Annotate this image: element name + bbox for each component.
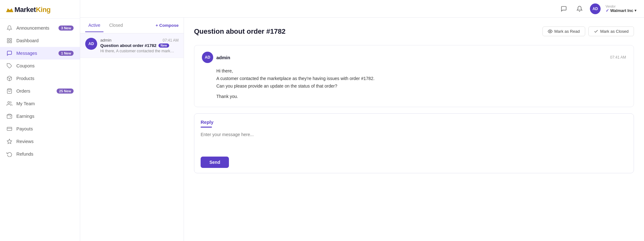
- bubble-body: Hi there, A customer contacted the marke…: [202, 67, 626, 100]
- vendor-name: ✓ Walmart Inc ▾: [606, 8, 636, 13]
- sidebar-item-label-payouts: Payouts: [16, 126, 33, 131]
- reply-label: Reply: [201, 119, 627, 125]
- chat-topbar-icon[interactable]: [558, 3, 569, 14]
- send-button[interactable]: Send: [201, 157, 229, 168]
- avatar: AD: [590, 3, 601, 14]
- svg-point-14: [10, 117, 11, 117]
- messages-tabs: Active Closed + Compose: [80, 18, 184, 33]
- new-badge: New: [158, 43, 169, 48]
- sidebar-nav: Announcements 3 New Dashboard Messages 1…: [0, 19, 80, 241]
- sidebar-item-label-refunds: Refunds: [16, 152, 33, 157]
- logo-text: MarketKing: [14, 6, 51, 14]
- svg-rect-5: [7, 38, 9, 40]
- sidebar-item-label-reviews: Reviews: [16, 139, 34, 144]
- bell-icon: [6, 25, 13, 31]
- box-icon: [6, 75, 13, 82]
- sidebar-item-products[interactable]: Products: [0, 72, 80, 85]
- reply-textarea[interactable]: [201, 132, 627, 152]
- bubble-time: 07:41 AM: [610, 55, 626, 60]
- tab-active[interactable]: Active: [85, 19, 103, 32]
- svg-point-3: [9, 10, 10, 11]
- message-item[interactable]: AD admin 07:41 AM Question about order #…: [80, 33, 184, 58]
- grid-icon: [6, 37, 13, 44]
- detail-actions: Mark as Read Mark as Closed: [542, 26, 634, 36]
- orders-badge: 25 New: [57, 89, 74, 94]
- eye-icon: [548, 29, 552, 34]
- vendor-check-icon: ✓: [606, 8, 609, 13]
- sidebar-item-announcements[interactable]: Announcements 3 New: [0, 22, 80, 34]
- messages-badge: 1 New: [58, 51, 74, 56]
- svg-rect-15: [7, 127, 12, 131]
- svg-marker-17: [7, 139, 12, 144]
- message-list: AD admin 07:41 AM Question about order #…: [80, 33, 184, 241]
- detail-title: Question about order #1782: [194, 27, 286, 36]
- star-icon: [6, 138, 13, 145]
- sidebar-item-orders[interactable]: Orders 25 New: [0, 85, 80, 97]
- sidebar-item-label-coupons: Coupons: [16, 63, 35, 68]
- bubble-avatar: AD: [202, 52, 213, 63]
- mark-as-read-button[interactable]: Mark as Read: [542, 26, 585, 36]
- bubble-sender-info: AD admin: [202, 52, 230, 63]
- message-sender: admin: [100, 38, 111, 43]
- check-icon: [594, 29, 598, 34]
- content-area: Active Closed + Compose AD admin 07:41 A…: [80, 18, 644, 241]
- sidebar-item-label-orders: Orders: [16, 89, 30, 94]
- message-header: admin 07:41 AM: [100, 38, 179, 43]
- main-area: AD Vendor ✓ Walmart Inc ▾ Active Closed …: [80, 0, 644, 241]
- chevron-down-icon: ▾: [635, 9, 636, 13]
- bag-icon: [6, 88, 13, 94]
- sidebar-item-myteam[interactable]: My Team: [0, 97, 80, 110]
- wallet-icon: [6, 113, 13, 119]
- sidebar-item-messages[interactable]: Messages 1 New: [0, 47, 80, 60]
- message-time: 07:41 AM: [163, 38, 179, 43]
- reply-area: Reply Send: [194, 113, 634, 173]
- sidebar-item-label-announcements: Announcements: [16, 26, 49, 31]
- sidebar-item-label-products: Products: [16, 76, 34, 81]
- reply-underline: [201, 127, 212, 128]
- sidebar-item-earnings[interactable]: Earnings: [0, 110, 80, 123]
- sidebar-item-label-myteam: My Team: [16, 101, 35, 106]
- refund-icon: [6, 151, 13, 157]
- svg-point-18: [549, 31, 551, 32]
- tag-icon: [6, 63, 13, 69]
- message-bubble: AD admin 07:41 AM Hi there, A customer c…: [194, 45, 634, 107]
- sidebar-item-coupons[interactable]: Coupons: [0, 60, 80, 72]
- tab-closed[interactable]: Closed: [106, 19, 126, 32]
- mark-as-closed-button[interactable]: Mark as Closed: [588, 26, 634, 36]
- vendor-label: Vendor: [606, 5, 616, 8]
- svg-rect-8: [10, 41, 12, 43]
- message-subject: Question about order #1782 New: [100, 43, 179, 48]
- sidebar-item-label-messages: Messages: [16, 51, 37, 56]
- crown-icon: [6, 7, 13, 12]
- people-icon: [6, 100, 13, 107]
- svg-rect-7: [7, 41, 9, 43]
- sidebar-item-label-dashboard: Dashboard: [16, 38, 39, 43]
- payout-icon: [6, 126, 13, 132]
- sidebar-item-dashboard[interactable]: Dashboard: [0, 34, 80, 47]
- bubble-header: AD admin 07:41 AM: [202, 52, 626, 63]
- announcements-badge: 3 New: [58, 26, 74, 31]
- message-preview: Hi there, A customer contacted the marke…: [100, 49, 176, 53]
- message-avatar: AD: [85, 38, 97, 50]
- sidebar-item-payouts[interactable]: Payouts: [0, 123, 80, 135]
- sidebar: MarketKing Announcements 3 New Dashboard…: [0, 0, 80, 241]
- svg-rect-6: [10, 38, 12, 40]
- detail-header: Question about order #1782 Mark as Read …: [194, 26, 634, 36]
- compose-button[interactable]: + Compose: [156, 23, 179, 28]
- sidebar-item-label-earnings: Earnings: [16, 114, 34, 119]
- messages-panel: Active Closed + Compose AD admin 07:41 A…: [80, 18, 184, 241]
- message-content: admin 07:41 AM Question about order #178…: [100, 38, 179, 53]
- bubble-sender-name: admin: [216, 55, 230, 60]
- svg-rect-1: [7, 11, 13, 12]
- svg-point-12: [8, 101, 10, 103]
- chat-icon: [6, 50, 13, 56]
- topbar: AD Vendor ✓ Walmart Inc ▾: [80, 0, 644, 18]
- svg-rect-13: [7, 115, 12, 118]
- vendor-info: Vendor ✓ Walmart Inc ▾: [606, 5, 636, 13]
- sidebar-item-reviews[interactable]: Reviews: [0, 135, 80, 148]
- sidebar-item-refunds[interactable]: Refunds: [0, 148, 80, 160]
- bell-topbar-icon[interactable]: [574, 3, 585, 14]
- logo: MarketKing: [0, 0, 80, 19]
- detail-panel: Question about order #1782 Mark as Read …: [184, 18, 644, 241]
